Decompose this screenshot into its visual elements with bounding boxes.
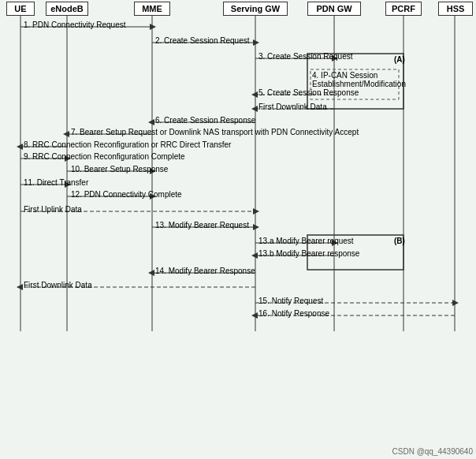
entity-enodeb: eNodeB <box>46 2 88 16</box>
svg-marker-24 <box>17 144 23 150</box>
svg-marker-15 <box>251 91 258 98</box>
svg-marker-36 <box>253 224 259 230</box>
msg3-label: 3. Create Session Request <box>258 52 353 61</box>
msg4b-label: Establishment/Modification <box>312 80 406 88</box>
svg-marker-34 <box>253 208 259 215</box>
entity-hss: HSS <box>438 2 473 16</box>
msg10-label: 10. Bearer Setup Response <box>71 165 168 174</box>
svg-marker-10 <box>253 39 259 46</box>
msg13a-label: 13.a Modify Bearer request <box>258 237 354 245</box>
msg15-label: 15. Notify Request <box>258 297 323 305</box>
diagram-svg <box>0 0 476 459</box>
msg9-label: 9. RRC Connection Reconfiguration Comple… <box>24 152 185 161</box>
msg12-label: 12. PDN Connectivity Complete <box>71 190 182 199</box>
msgfu-label: First Uplink Data <box>24 205 82 214</box>
msg13-label: 13. Modify Bearer Request <box>155 221 249 230</box>
boxA-label: (A) <box>394 55 405 64</box>
watermark: CSDN @qq_44390640 <box>392 447 473 456</box>
msg6-label: 6. Create Session Response <box>155 116 255 125</box>
boxB-label: (B) <box>394 237 405 245</box>
msg7-label: 7. Bearer Setup Request or Downlink NAS … <box>71 128 359 136</box>
msgfd1-label: First Downlink Data <box>258 103 327 111</box>
msg1-label: 1. PDN Connectivity Request <box>24 21 126 29</box>
svg-marker-45 <box>17 284 23 290</box>
msg4a-label: 4. IP-CAN Session <box>312 71 377 80</box>
entity-pdngw: PDN GW <box>307 2 361 16</box>
svg-marker-22 <box>63 131 69 137</box>
msg13b-label: 13.b Modify Bearer response <box>258 249 359 258</box>
msg16-label: 16. Notify Response <box>258 309 329 318</box>
svg-marker-49 <box>251 312 258 319</box>
entity-servinggw: Serving GW <box>223 2 288 16</box>
svg-marker-47 <box>452 300 459 306</box>
svg-marker-43 <box>148 270 154 276</box>
entity-pcrf: PCRF <box>385 2 422 16</box>
svg-marker-18 <box>251 106 258 112</box>
msg14-label: 14. Modify Bearer Response <box>155 267 255 275</box>
msgfd2-label: First Downlink Data <box>24 281 92 289</box>
svg-marker-20 <box>148 119 154 125</box>
msg8-label: 8. RRC Connection Reconfiguration or RRC… <box>24 140 231 149</box>
sequence-diagram: UE eNodeB MME Serving GW PDN GW PCRF HSS… <box>0 0 476 459</box>
svg-marker-8 <box>150 24 156 30</box>
msg5-label: 5. Create Session Response <box>258 88 359 97</box>
entity-ue: UE <box>6 2 35 16</box>
msg2-label: 2. Create Session Request <box>155 36 250 45</box>
msg11-label: 11. Direct Transfer <box>24 178 88 187</box>
svg-marker-40 <box>251 252 258 259</box>
entity-mme: MME <box>134 2 170 16</box>
